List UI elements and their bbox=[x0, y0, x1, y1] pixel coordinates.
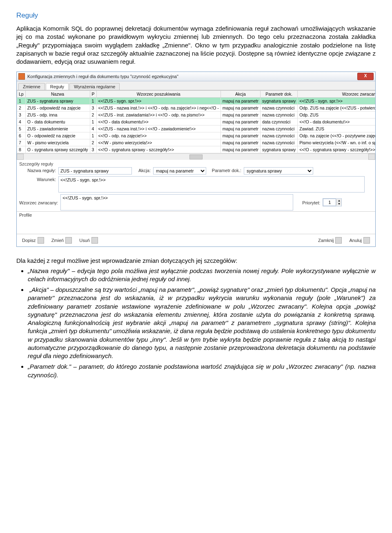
cell-zwr: <<!O - data dokumentu!>> bbox=[298, 119, 375, 125]
cell-lp: 2 bbox=[17, 105, 26, 112]
rules-table: Lp Nazwa P Wzorzec poszukiwania Akcja Pa… bbox=[17, 90, 375, 153]
cell-akcja: mapuj na parametr bbox=[220, 139, 260, 146]
usun-button[interactable]: Usuń bbox=[76, 236, 101, 245]
cell-zwr: Pismo wierzyciela (<<!W - wn. o inf. o s… bbox=[298, 139, 375, 146]
cell-p: 1 bbox=[90, 132, 96, 139]
name-label: Nazwa reguły: bbox=[19, 167, 56, 173]
action-label: Akcja: bbox=[134, 167, 151, 173]
cell-nazwa: ZUS - sygnatura sprawy bbox=[25, 98, 90, 105]
cell-lp: 7 bbox=[17, 139, 26, 146]
cell-zwr: <<!ZUS - sygn. spr.!>> bbox=[298, 98, 375, 105]
cell-wzorzec: <<!O - odp. na zajęcie!>> bbox=[96, 132, 220, 139]
col-p[interactable]: P bbox=[90, 91, 96, 98]
cell-p: 4 bbox=[90, 125, 96, 132]
tab-wyrazenia[interactable]: Wyrażenia regularne bbox=[69, 83, 120, 90]
cell-zwr: Zawiad. ZUS bbox=[298, 125, 375, 132]
table-row[interactable]: 6O - odpowiedź na zajęcie1<<!O - odp. na… bbox=[17, 132, 376, 139]
save-close-icon bbox=[335, 237, 342, 244]
col-zwr[interactable]: Wzorzec zwracany bbox=[298, 91, 375, 98]
cell-lp: 1 bbox=[17, 98, 26, 105]
button-row: Dopisz Zmień Usuń Zamknij Anuluj bbox=[17, 234, 375, 246]
cell-p: 3 bbox=[90, 146, 96, 153]
cell-param: nazwa czynności bbox=[260, 112, 297, 119]
cell-p: 1 bbox=[90, 98, 96, 105]
cell-zwr: Odp. na zajęcie (<<!O - pozytywne zajęci… bbox=[298, 132, 375, 139]
cell-wzorzec: <<!ZUS - sygn. spr.!>> bbox=[96, 98, 220, 105]
cell-nazwa: O - data dokumentu bbox=[25, 119, 90, 125]
add-icon bbox=[38, 237, 44, 244]
cell-wzorzec: <<!O - data dokumentu!>> bbox=[96, 119, 220, 125]
tab-reguly[interactable]: Reguły bbox=[46, 83, 69, 90]
cell-wzorzec: <<!ZUS - nazwa inst.!>> i <<!O - zawiado… bbox=[96, 125, 220, 132]
table-row[interactable]: 5ZUS - zawiadomienie4<<!ZUS - nazwa inst… bbox=[17, 125, 376, 132]
col-wzorzec[interactable]: Wzorzec poszukiwania bbox=[96, 91, 220, 98]
titlebar: Konfiguracja zmiennych i reguł dla dokum… bbox=[17, 72, 375, 81]
dopisz-button[interactable]: Dopisz bbox=[19, 236, 47, 245]
zmien-button[interactable]: Zmień bbox=[49, 236, 75, 245]
warunek-label: Warunek: bbox=[19, 176, 56, 182]
scroll-left-icon[interactable] bbox=[17, 154, 24, 160]
param-label: Parametr dok.: bbox=[209, 167, 241, 173]
horizontal-scrollbar[interactable] bbox=[17, 153, 375, 160]
cell-wzorzec: <<!O - sygnatura sprawy - szczegóły!>> bbox=[96, 146, 220, 153]
table-row[interactable]: 2ZUS - odpowiedź na zajęcie3<<!ZUS - naz… bbox=[17, 105, 376, 112]
spin-down-icon[interactable]: ▼ bbox=[336, 202, 341, 206]
cell-akcja: mapuj na parametr bbox=[220, 112, 260, 119]
cell-nazwa: ZUS - odp. inna bbox=[25, 112, 90, 119]
cell-wzorzec: <<!ZUS - inst. zawiadamia!>> i <<!O - od… bbox=[96, 112, 220, 119]
section-heading: Reguły bbox=[16, 11, 376, 20]
priority-value[interactable] bbox=[323, 199, 336, 206]
table-row[interactable]: 8O - sygnatura sprawy szczegóły3<<!O - s… bbox=[17, 146, 376, 153]
cell-param: nazwa czynności bbox=[260, 139, 297, 146]
window-title: Konfiguracja zmiennych i reguł dla dokum… bbox=[27, 74, 357, 79]
priority-stepper[interactable]: ▲▼ bbox=[323, 198, 342, 206]
cell-wzorzec: <<!ZUS - nazwa inst.!>> i <<!O - odp. na… bbox=[96, 105, 220, 112]
anuluj-button[interactable]: Anuluj bbox=[346, 236, 373, 245]
zamknij-button[interactable]: Zamknij bbox=[315, 236, 345, 245]
cell-nazwa: W - pismo wierzyciela bbox=[25, 139, 90, 146]
cell-nazwa: O - odpowiedź na zajęcie bbox=[25, 132, 90, 139]
post-intro: Dla każdej z reguł możliwe jest wprowadz… bbox=[16, 257, 376, 265]
priority-label: Priorytet: bbox=[296, 199, 320, 205]
list-item: „Parametr dok." – parametr, do którego z… bbox=[28, 363, 376, 379]
param-select[interactable]: sygnatura sprawy bbox=[244, 167, 313, 175]
cell-param: sygnatura sprawy bbox=[260, 98, 297, 105]
table-row[interactable]: 1ZUS - sygnatura sprawy1<<!ZUS - sygn. s… bbox=[17, 98, 376, 105]
col-akcja[interactable]: Akcja bbox=[220, 91, 260, 98]
wzorzec-field[interactable]: <<!ZUS - sygn. spr.!>> bbox=[60, 194, 293, 211]
list-item: „Akcja" – dopuszczalne są trzy wartości … bbox=[28, 286, 376, 360]
tab-bar: Zmienne Reguły Wyrażenia regularne bbox=[17, 81, 375, 90]
config-window: Konfiguracja zmiennych i reguł dla dokum… bbox=[16, 72, 376, 247]
cell-lp: 8 bbox=[17, 146, 26, 153]
col-nazwa[interactable]: Nazwa bbox=[25, 91, 90, 98]
cell-zwr: Odp. ZUS bbox=[298, 112, 375, 119]
list-item: „Nazwa reguły" – edycja tego pola możliw… bbox=[28, 267, 376, 284]
cell-p: 3 bbox=[90, 105, 96, 112]
cell-lp: 3 bbox=[17, 112, 26, 119]
intro-paragraph: Aplikacja Komornik SQL do poprawnej dekr… bbox=[16, 25, 376, 66]
warunek-field[interactable]: <<!ZUS - sygn. spr.!>> bbox=[58, 176, 365, 193]
cell-p: 1 bbox=[90, 119, 96, 125]
cell-akcja: mapuj na parametr bbox=[220, 98, 260, 105]
cell-nazwa: O - sygnatura sprawy szczegóły bbox=[25, 146, 90, 153]
profile-label: Profile bbox=[19, 213, 32, 217]
scroll-thumb[interactable] bbox=[189, 155, 203, 159]
spin-up-icon[interactable]: ▲ bbox=[336, 199, 341, 202]
cell-param: sygnatura sprawy bbox=[260, 146, 297, 153]
scroll-right-icon[interactable] bbox=[368, 154, 375, 160]
cell-param: data czynności bbox=[260, 119, 297, 125]
cell-param: nazwa czynności bbox=[260, 125, 297, 132]
table-row[interactable]: 7W - pismo wierzyciela2<<!W - pismo wier… bbox=[17, 139, 376, 146]
cell-lp: 6 bbox=[17, 132, 26, 139]
table-row[interactable]: 3ZUS - odp. inna2<<!ZUS - inst. zawiadam… bbox=[17, 112, 376, 119]
col-lp[interactable]: Lp bbox=[17, 91, 26, 98]
close-icon[interactable]: X bbox=[357, 73, 374, 80]
table-header-row: Lp Nazwa P Wzorzec poszukiwania Akcja Pa… bbox=[17, 91, 376, 98]
col-param[interactable]: Parametr dok. bbox=[260, 91, 297, 98]
action-select[interactable]: mapuj na parametr bbox=[153, 167, 206, 175]
cell-akcja: mapuj na parametr bbox=[220, 119, 260, 125]
table-row[interactable]: 4O - data dokumentu1<<!O - data dokument… bbox=[17, 119, 376, 125]
tab-zmienne[interactable]: Zmienne bbox=[18, 83, 45, 90]
name-field[interactable] bbox=[58, 167, 132, 175]
cell-zwr: <<!O - sygnatura sprawy - szczegóły!>> bbox=[298, 146, 375, 153]
